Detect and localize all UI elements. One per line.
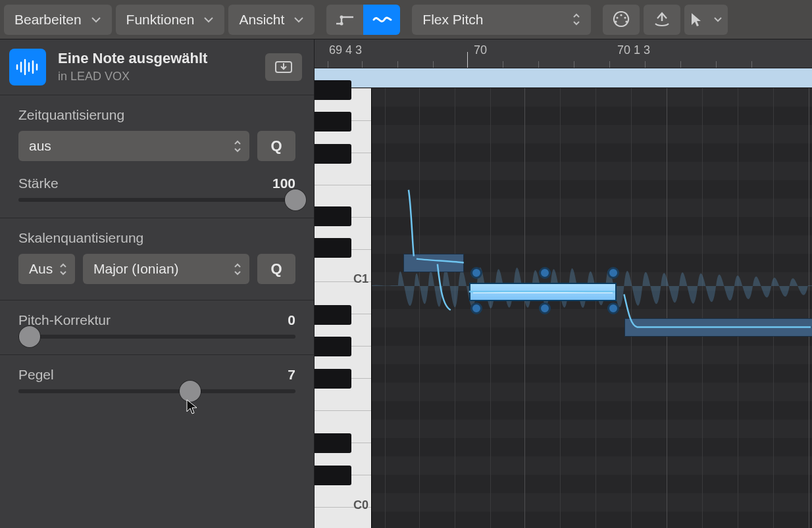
tool-menu[interactable] [684, 5, 728, 35]
time-quantize-label: Zeitquantisierung [18, 107, 295, 123]
scale-type-select[interactable]: Major (Ionian) [83, 254, 249, 284]
inbox-arrow-icon [274, 59, 293, 75]
mouse-cursor-icon [185, 398, 199, 416]
menu-edit-label: Bearbeiten [14, 12, 82, 28]
gain-group: Pegel 7 [0, 355, 314, 426]
key-label-c0: C0 [353, 498, 368, 512]
pitch-note[interactable] [403, 254, 464, 272]
svg-point-5 [626, 20, 628, 22]
time-quantize-select[interactable]: aus [18, 131, 249, 161]
automation-toggle[interactable] [326, 5, 363, 35]
flex-icon [371, 12, 392, 27]
time-quantize-value: aus [29, 138, 51, 154]
ruler-mark: 70 [474, 43, 487, 57]
pointer-tool-icon [690, 12, 703, 28]
pitch-correction-slider[interactable] [18, 335, 295, 339]
gain-value: 7 [288, 367, 295, 383]
svg-point-4 [615, 20, 617, 22]
strength-slider[interactable] [18, 198, 295, 202]
chevron-down-icon [91, 16, 101, 23]
ruler-mark: 69 4 3 [329, 43, 362, 57]
svg-point-2 [617, 16, 619, 18]
strength-label: Stärke [18, 176, 59, 191]
note-handle[interactable] [607, 302, 619, 314]
note-handle[interactable] [539, 302, 551, 314]
audio-track-icon [9, 49, 46, 85]
scale-quantize-apply[interactable]: Q [257, 254, 295, 284]
scale-quantize-group: Skalenquantisierung Aus Major (Ionian) [0, 218, 314, 300]
flex-pitch-editor: 69 4 3 70 70 1 3 [315, 39, 812, 528]
key-label-c1: C1 [353, 272, 368, 286]
inspector-link-button[interactable] [265, 53, 302, 81]
flex-mode-select[interactable]: Flex Pitch [412, 5, 591, 35]
scale-quantize-label: Skalenquantisierung [18, 230, 295, 246]
svg-point-1 [340, 15, 343, 18]
menu-functions[interactable]: Funktionen [116, 5, 225, 35]
stepper-icon [59, 263, 67, 276]
inspector-panel: Eine Note ausgewählt in LEAD VOX Zeitqua… [0, 39, 315, 528]
flex-toggle-segment [326, 5, 400, 35]
note-handle[interactable] [607, 267, 619, 279]
chevron-down-icon [203, 16, 214, 23]
menu-view-label: Ansicht [239, 12, 284, 28]
strength-value: 100 [272, 176, 295, 191]
stepper-icon [234, 263, 241, 276]
stepper-icon [572, 13, 580, 26]
gain-slider[interactable] [18, 389, 295, 393]
note-handle[interactable] [539, 267, 551, 279]
midi-out-button[interactable] [603, 5, 640, 35]
menu-view[interactable]: Ansicht [228, 5, 315, 35]
catch-icon [653, 12, 671, 28]
stepper-icon [234, 140, 241, 153]
catch-playhead-button[interactable] [644, 5, 680, 35]
automation-line-icon [335, 13, 355, 26]
gain-label: Pegel [18, 367, 54, 383]
scale-root-select[interactable]: Aus [18, 254, 75, 284]
pitch-grid[interactable]: /* lanes done statically below */ [372, 88, 812, 528]
chevron-down-icon [293, 16, 304, 23]
inspector-header: Eine Note ausgewählt in LEAD VOX [0, 39, 314, 95]
svg-point-3 [624, 16, 626, 18]
pitch-correction-group: Pitch-Korrektur 0 [0, 300, 314, 355]
pitch-note[interactable] [624, 318, 812, 337]
svg-point-0 [340, 22, 343, 25]
pitch-correction-label: Pitch-Korrektur [18, 312, 111, 328]
timeline-ruler[interactable]: 69 4 3 70 70 1 3 [315, 39, 812, 68]
note-handle[interactable] [470, 302, 482, 314]
editor-toolbar: Bearbeiten Funktionen Ansicht [0, 0, 812, 39]
pitch-note-selected[interactable] [469, 283, 617, 301]
menu-functions-label: Funktionen [126, 12, 195, 28]
scale-root-value: Aus [29, 261, 53, 277]
time-quantize-apply[interactable]: Q [257, 131, 295, 161]
ruler-mark: 70 1 3 [617, 43, 650, 57]
piano-ruler[interactable]: C1 C0 [315, 88, 372, 528]
inspector-title: Eine Note ausgewählt [58, 51, 207, 66]
strength-slider-thumb[interactable] [285, 189, 306, 210]
midi-port-icon [611, 11, 631, 28]
scale-type-value: Major (Ionian) [93, 261, 179, 277]
flex-mode-label: Flex Pitch [422, 12, 483, 28]
svg-point-6 [621, 14, 622, 16]
menu-edit[interactable]: Bearbeiten [4, 5, 112, 35]
pitch-correction-value: 0 [288, 312, 295, 328]
flex-toggle[interactable] [363, 5, 400, 35]
note-handle[interactable] [470, 267, 482, 279]
pitch-correction-slider-thumb[interactable] [19, 326, 40, 347]
chevron-down-icon [713, 16, 723, 22]
inspector-subtitle: in LEAD VOX [58, 70, 207, 84]
region-overview[interactable] [315, 68, 812, 88]
time-quantize-group: Zeitquantisierung aus Q Stärke 100 [0, 95, 314, 218]
